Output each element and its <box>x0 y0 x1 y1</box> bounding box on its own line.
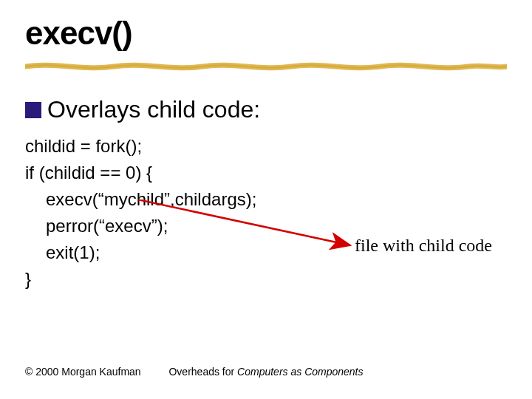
title-wrap: execv() <box>25 15 132 52</box>
slide-title: execv() <box>25 15 132 52</box>
footer-copyright: © 2000 Morgan Kaufman <box>25 365 141 378</box>
title-underline <box>25 61 507 69</box>
code-line: childid = fork(); <box>25 133 256 160</box>
code-line: if (childid == 0) { <box>25 160 256 186</box>
code-line: } <box>25 266 256 293</box>
bullet-text: Overlays child code: <box>47 96 260 123</box>
footer-center-italic: Computers as Components <box>237 366 363 378</box>
footer-center-plain: Overheads for <box>168 366 237 378</box>
code-line: execv(“mychild”,childargs); <box>25 186 256 213</box>
slide: execv() Overlays child code: childid = f… <box>0 0 532 399</box>
code-line: exit(1); <box>25 239 256 266</box>
code-line: perror(“execv”); <box>25 213 256 239</box>
annotation-text: file with child code <box>355 236 492 256</box>
bullet-square-icon <box>25 102 41 118</box>
bullet-row: Overlays child code: <box>25 96 260 123</box>
footer-center: Overheads for Computers as Components <box>168 365 363 378</box>
code-block: childid = fork(); if (childid == 0) { ex… <box>25 133 256 293</box>
